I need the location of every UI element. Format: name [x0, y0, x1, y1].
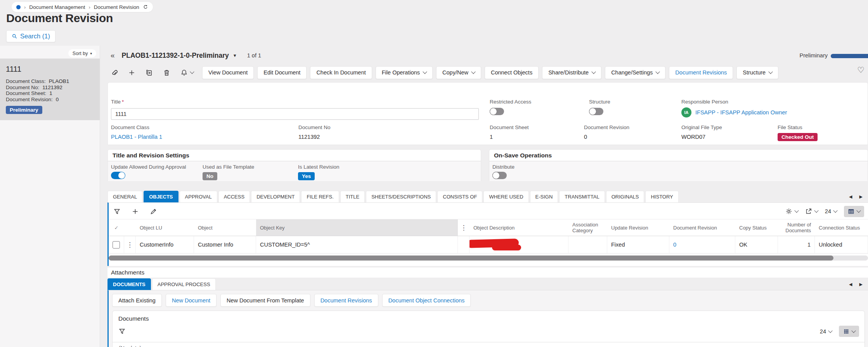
table-view-button[interactable] [844, 206, 864, 217]
filter-icon[interactable] [113, 208, 121, 215]
column-header-document-revision[interactable]: Document Revision [669, 219, 735, 236]
file-status-label: File Status [778, 124, 818, 130]
tab[interactable]: WHERE USED [483, 191, 528, 202]
toolbar-button[interactable]: Copy/New [436, 66, 481, 79]
tab[interactable]: TRANSMITTAL [559, 191, 605, 202]
field-label: Document Class: [6, 78, 46, 84]
toolbar-button[interactable]: Connect Objects [485, 66, 539, 79]
refresh-icon[interactable] [143, 4, 148, 10]
home-dot-icon[interactable] [16, 5, 21, 9]
tab[interactable]: APPROVAL [180, 191, 217, 202]
structure-toggle[interactable] [589, 108, 603, 115]
scroll-left-icon[interactable]: ◀ [849, 282, 852, 287]
column-header-association-category[interactable]: Association Category [568, 219, 607, 236]
page-size-dropdown[interactable]: 24 [825, 208, 837, 214]
column-header-connection-status[interactable]: Connection Status [815, 219, 868, 236]
column-header-number-of-documents[interactable]: Number of Documents [778, 219, 815, 236]
column-menu-kebab-icon[interactable]: ⋮ [461, 224, 467, 231]
column-header-copy-status[interactable]: Copy Status [735, 219, 778, 236]
toolbar-button[interactable]: Share/Distribute [542, 66, 601, 79]
tab[interactable]: ORIGINALS [606, 191, 645, 202]
attachments-tabs: DOCUMENTSAPPROVAL PROCESS [107, 278, 217, 290]
file-status-group: File Status Checked Out [778, 124, 818, 141]
document-action-button[interactable]: Document Object Connections [382, 294, 471, 307]
column-header-object[interactable]: Object [194, 219, 256, 236]
distribute-group: Distribute [492, 164, 515, 179]
tab[interactable]: APPROVAL PROCESS [152, 278, 216, 290]
document-action-button[interactable]: Document Revisions [314, 294, 378, 307]
document-action-button[interactable]: New Document [166, 294, 217, 307]
notification-bell-icon[interactable] [180, 69, 194, 76]
export-icon[interactable] [805, 208, 818, 215]
title-label: Title* [111, 99, 124, 105]
column-header-object-description[interactable]: Object Description [470, 219, 568, 236]
horizontal-scrollbar-thumb[interactable] [109, 256, 833, 261]
breadcrumb-item-document-revision[interactable]: Document Revision [94, 4, 139, 10]
document-action-button[interactable]: Attach Existing [112, 294, 162, 307]
toolbar-button[interactable]: Edit Document [257, 66, 307, 79]
delete-trash-icon[interactable] [163, 69, 170, 76]
toggle-knob [492, 172, 500, 179]
select-all-check-icon[interactable]: ✓ [114, 225, 119, 231]
tab[interactable]: DEVELOPMENT [251, 191, 300, 202]
column-header-object-lu[interactable]: Object LU [136, 219, 194, 236]
toolbar-button[interactable]: Change/Settings [605, 66, 665, 79]
document-class-link[interactable]: PLAOB1 - Plantilla 1 [111, 134, 162, 140]
record-title[interactable]: PLAOB1-1121392-1-0-Preliminary [122, 52, 229, 60]
objects-table-row[interactable]: ⋮ CustomerInfo Customer Info CUSTOMER_ID… [109, 236, 868, 254]
toolbar-button[interactable]: Document Revisions [669, 66, 733, 79]
edit-pencil-icon[interactable] [150, 208, 157, 215]
column-header-object-key[interactable]: Object Key [256, 219, 458, 236]
scroll-right-icon[interactable]: ▶ [859, 194, 863, 199]
scroll-left-icon[interactable]: ◀ [849, 194, 852, 199]
add-icon[interactable] [128, 69, 135, 76]
scroll-right-icon[interactable]: ▶ [859, 282, 863, 287]
duplicate-icon[interactable] [146, 69, 153, 76]
card-view-button[interactable] [839, 326, 859, 337]
cell-object-key: CUSTOMER_ID=5^ [256, 236, 458, 253]
tab[interactable]: TITLE [340, 191, 365, 202]
document-action-button[interactable]: New Document From Template [220, 294, 310, 307]
toggle-knob [118, 172, 125, 179]
toolbar-button[interactable]: Check In Document [310, 66, 372, 79]
distribute-toggle[interactable] [492, 172, 507, 179]
page-size-dropdown[interactable]: 24 [820, 328, 832, 335]
row-checkbox[interactable] [113, 241, 120, 249]
tab[interactable]: GENERAL [107, 191, 142, 202]
responsible-person-link[interactable]: IFSAPP - IFSAPP Application Owner [695, 109, 787, 116]
tab[interactable]: CONSISTS OF [437, 191, 482, 202]
grid-settings-gear-icon[interactable] [785, 208, 798, 215]
chevron-down-icon [814, 208, 818, 212]
tab[interactable]: SHEETS/DESCRIPTIONS [366, 191, 436, 202]
tab[interactable]: FILE REFS. [301, 191, 339, 202]
document-no-label: Document No [298, 124, 331, 130]
add-row-icon[interactable] [132, 208, 139, 215]
toolbar-button[interactable]: Structure [736, 66, 778, 79]
attachment-paperclip-icon[interactable] [111, 69, 118, 76]
tab[interactable]: E-SIGN [530, 191, 558, 202]
toolbar-button[interactable]: File Operations [376, 66, 433, 79]
cell-copy-status: OK [735, 236, 778, 253]
update-allowed-toggle[interactable] [111, 172, 125, 179]
tab[interactable]: ACCESS [218, 191, 250, 202]
cell-object-description [470, 236, 568, 253]
horizontal-scrollbar-track[interactable] [109, 256, 868, 261]
collapse-list-icon[interactable]: « [111, 51, 115, 60]
title-input[interactable] [111, 108, 479, 120]
record-card-selected[interactable]: 1111 Document Class:PLAOB1 Document No:1… [0, 59, 100, 120]
sort-by-dropdown[interactable]: Sort by ▾ [68, 49, 96, 57]
restricted-access-toggle[interactable] [490, 108, 504, 115]
cell-document-revision-link[interactable]: 0 [669, 236, 735, 253]
row-menu-kebab-icon[interactable]: ⋮ [126, 241, 133, 249]
cell-number-of-documents: 1 [778, 236, 815, 253]
favorite-heart-icon[interactable]: ♡ [857, 66, 865, 75]
column-header-update-revision[interactable]: Update Revision [607, 219, 669, 236]
breadcrumb-item-document-management[interactable]: Document Management [29, 4, 85, 10]
tab[interactable]: DOCUMENTS [107, 278, 151, 290]
tab[interactable]: OBJECTS [144, 191, 178, 202]
toolbar-button[interactable]: View Document [202, 66, 254, 79]
filter-icon[interactable] [118, 328, 126, 335]
tab[interactable]: HISTORY [645, 191, 678, 202]
record-title-caret-icon[interactable]: ▼ [233, 53, 237, 58]
search-button[interactable]: Search (1) [6, 30, 55, 42]
